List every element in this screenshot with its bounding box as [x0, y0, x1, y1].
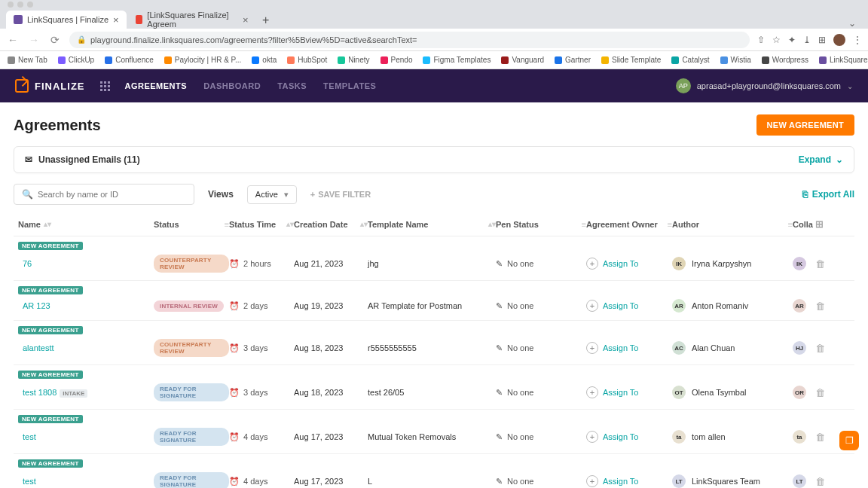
expand-banner-button[interactable]: Expand ⌄: [799, 154, 843, 165]
nav-link-dashboard[interactable]: DASHBOARD: [203, 81, 261, 90]
close-icon[interactable]: ×: [113, 14, 119, 26]
assign-owner-button[interactable]: +Assign To: [586, 475, 672, 487]
close-icon[interactable]: ×: [243, 14, 249, 26]
bookmark-item[interactable]: Gartner: [555, 56, 591, 64]
plus-circle-icon: +: [586, 342, 598, 354]
user-email: aprasad+playground@linksquares.com: [697, 81, 841, 90]
reload-icon[interactable]: ⟳: [48, 34, 62, 46]
back-icon[interactable]: ←: [6, 34, 20, 46]
agreement-name-link[interactable]: test 1808: [18, 388, 57, 397]
bookmark-icon: [671, 56, 679, 64]
agreement-name-link[interactable]: alantestt: [18, 343, 54, 352]
forward-icon[interactable]: →: [27, 34, 41, 46]
table-row: NEW AGREEMENTAR 123INTERNAL REVIEW⏰2 day…: [14, 281, 854, 321]
agreement-name-link[interactable]: test: [18, 432, 36, 441]
search-input[interactable]: 🔍: [14, 184, 194, 205]
bookmark-item[interactable]: Ninety: [338, 56, 369, 64]
agreement-name-link[interactable]: AR 123: [18, 301, 50, 310]
bookmark-item[interactable]: Catalyst: [671, 56, 709, 64]
app-switcher-icon[interactable]: [100, 81, 110, 91]
nav-link-tasks[interactable]: TASKS: [277, 81, 307, 90]
col-name[interactable]: Name▴▾: [18, 220, 154, 229]
col-pen[interactable]: Pen Status≡: [496, 220, 586, 229]
bookmarks-bar: New TabClickUpConfluencePaylocity | HR &…: [0, 51, 868, 69]
bookmark-label: Gartner: [565, 56, 591, 64]
bookmark-label: HubSpot: [298, 56, 327, 64]
creation-date: Aug 18, 2023: [294, 343, 368, 352]
tab-overflow-icon[interactable]: ⌄: [842, 18, 862, 29]
trash-icon[interactable]: 🗑: [815, 258, 825, 270]
bookmark-item[interactable]: Pendo: [381, 56, 413, 64]
extensions-icon[interactable]: ✦: [788, 35, 796, 45]
assign-owner-button[interactable]: +Assign To: [586, 300, 672, 312]
expand-label: Expand: [799, 154, 831, 165]
export-all-button[interactable]: ⎘ Export All: [802, 189, 854, 200]
template-name: AR Template for Postman: [368, 301, 496, 310]
new-agreement-button[interactable]: NEW AGREEMENT: [756, 114, 855, 136]
trash-icon[interactable]: 🗑: [815, 343, 825, 354]
collaborator-avatar: LT: [793, 474, 806, 488]
profile-avatar[interactable]: [833, 34, 845, 46]
browser-tab[interactable]: [LinkSquares Finalize] Agreem×: [128, 11, 256, 29]
bookmark-item[interactable]: HubSpot: [287, 56, 327, 64]
col-creation[interactable]: Creation Date▴▾: [294, 220, 368, 229]
user-menu[interactable]: AP aprasad+playground@linksquares.com ⌄: [676, 78, 853, 93]
col-settings-button[interactable]: ⊞: [815, 218, 838, 230]
bookmark-icon: [164, 56, 172, 64]
assign-owner-button[interactable]: +Assign To: [586, 431, 672, 443]
bookmark-item[interactable]: LinkSquares: [819, 56, 868, 64]
trash-icon[interactable]: 🗑: [815, 387, 825, 398]
bookmark-item[interactable]: Slide Template: [601, 56, 661, 64]
assign-owner-button[interactable]: +Assign To: [586, 342, 672, 354]
trash-icon[interactable]: 🗑: [815, 300, 825, 312]
bookmark-item[interactable]: Wordpress: [762, 56, 808, 64]
traffic-light-close[interactable]: [8, 2, 14, 8]
apps-icon[interactable]: ⊞: [818, 35, 826, 45]
collaborator-avatar: ta: [793, 430, 806, 444]
col-owner[interactable]: Agreement Owner≡: [586, 220, 672, 229]
bookmark-item[interactable]: Confluence: [105, 56, 154, 64]
bookmark-item[interactable]: Wistia: [720, 56, 751, 64]
bookmark-label: Catalyst: [682, 56, 709, 64]
plus-circle-icon: +: [586, 386, 598, 398]
share-icon[interactable]: ⇧: [757, 35, 765, 45]
menu-icon[interactable]: ⋮: [853, 35, 862, 45]
trash-icon[interactable]: 🗑: [815, 432, 825, 443]
agreement-name-link[interactable]: 76: [18, 259, 32, 268]
assign-owner-button[interactable]: +Assign To: [586, 386, 672, 398]
bookmark-item[interactable]: Figma Templates: [423, 56, 491, 64]
col-colla[interactable]: Colla: [793, 220, 815, 229]
nav-link-templates[interactable]: TEMPLATES: [323, 81, 376, 90]
floating-action-button[interactable]: ❐: [839, 431, 859, 450]
traffic-light-max[interactable]: [27, 2, 33, 8]
save-filter-button[interactable]: + SAVE FILTER: [310, 190, 371, 199]
assign-to-label: Assign To: [603, 388, 639, 397]
agreement-name-link[interactable]: test: [18, 477, 36, 486]
nav-link-agreements[interactable]: AGREEMENTS: [125, 81, 188, 90]
user-avatar: AP: [676, 78, 691, 93]
trash-icon[interactable]: 🗑: [815, 476, 825, 487]
search-field[interactable]: [38, 190, 186, 199]
bookmark-icon: [8, 56, 15, 64]
col-template[interactable]: Template Name▴▾: [368, 220, 496, 229]
traffic-light-min[interactable]: [17, 2, 23, 8]
col-author[interactable]: Author≡: [672, 220, 793, 229]
browser-tab[interactable]: LinkSquares | Finalize×: [6, 11, 127, 29]
col-status[interactable]: Status≡: [154, 220, 229, 229]
download-icon[interactable]: ⤓: [803, 35, 811, 45]
view-dropdown[interactable]: Active ▾: [247, 185, 297, 204]
bookmark-item[interactable]: Vanguard: [501, 56, 544, 64]
assign-owner-button[interactable]: +Assign To: [586, 258, 672, 270]
new-tab-button[interactable]: +: [258, 12, 274, 29]
bookmark-item[interactable]: Paylocity | HR & P...: [164, 56, 242, 64]
star-icon[interactable]: ☆: [772, 35, 781, 45]
col-status-time[interactable]: Status Time▴▾: [229, 220, 294, 229]
author-name: tom allen: [692, 432, 726, 441]
bookmark-item[interactable]: okta: [252, 56, 277, 64]
tab-title: [LinkSquares Finalize] Agreem: [147, 11, 238, 29]
url-field[interactable]: 🔒 playground.finalize.linksquares.com/ag…: [69, 32, 750, 48]
new-agreement-tag: NEW AGREEMENT: [18, 459, 83, 468]
bookmark-item[interactable]: New Tab: [8, 56, 47, 64]
bookmark-item[interactable]: ClickUp: [58, 56, 94, 64]
brand-logo[interactable]: FINALIZE: [15, 79, 85, 93]
